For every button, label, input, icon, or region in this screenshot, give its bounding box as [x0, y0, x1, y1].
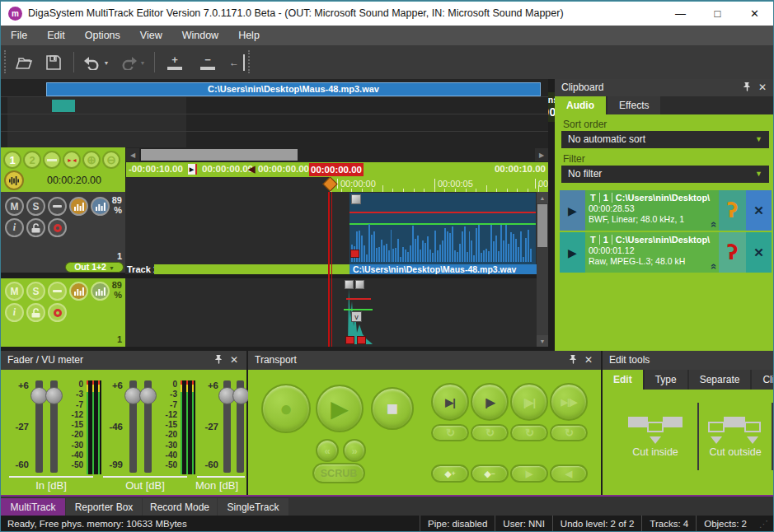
clip-fade-handle[interactable]	[350, 250, 359, 258]
filter-select[interactable]: No filter ▼	[561, 166, 769, 183]
play-to-mark-button[interactable]: ▶|	[431, 383, 469, 421]
entry-play-button[interactable]: ▶	[560, 232, 585, 273]
waveform-zoom-button[interactable]	[4, 170, 24, 190]
playhead-time-badge[interactable]: 00:00:00.00	[309, 163, 364, 176]
track1-clip-title[interactable]: C:\Users\nin\Desktop\Maus-48.mp3.wav	[349, 264, 537, 274]
track1-audio-clip[interactable]	[349, 193, 536, 264]
play-selection-button[interactable]: |▶|	[510, 383, 548, 421]
clip2-fade-handle-right[interactable]	[357, 336, 366, 344]
track1-extent-bar[interactable]	[154, 264, 349, 274]
track1-meter-blue-button[interactable]	[91, 197, 110, 216]
hscroll-thumb[interactable]	[141, 149, 298, 161]
track2-solo-button[interactable]: S	[26, 282, 45, 301]
fader-close-icon[interactable]: ✕	[230, 351, 238, 370]
track2-collapse-button[interactable]	[48, 282, 67, 301]
undo-button[interactable]: ▼	[82, 52, 110, 73]
tab-audio[interactable]: Audio	[555, 96, 606, 114]
entry-prelisten-button[interactable]: ʔ	[719, 232, 746, 273]
tab-clip[interactable]: Clip & I	[752, 370, 774, 390]
menu-help[interactable]: Help	[228, 26, 270, 45]
rewind-button[interactable]: «	[316, 439, 339, 462]
fader-knob[interactable]	[45, 387, 63, 404]
track1-output-routing[interactable]: Out 1+2 ▼	[65, 262, 124, 273]
undo-dropdown-icon[interactable]: ▼	[104, 60, 110, 66]
minimize-button[interactable]: —	[662, 2, 699, 26]
go-to-marker-button[interactable]: ←	[225, 54, 245, 71]
tab-edit[interactable]: Edit	[603, 370, 643, 390]
timeline-ruler[interactable]: 00:00:00 00:00:05 00:	[126, 177, 548, 192]
hscroll-right-icon[interactable]: ▶	[535, 148, 548, 161]
scrub-button[interactable]: SCRUB	[312, 463, 365, 483]
sort-order-select[interactable]: No automatic sort ▼	[561, 131, 769, 148]
loop-2-button[interactable]: ↻	[471, 424, 509, 441]
mark-out-flag[interactable]: ◀	[248, 164, 255, 175]
menu-edit[interactable]: Edit	[37, 26, 75, 45]
play-button[interactable]: ▶	[316, 385, 364, 432]
menu-window[interactable]: Window	[172, 26, 228, 45]
hscroll-left-icon[interactable]: ◀	[126, 148, 139, 161]
zoom-preset-1-button[interactable]: 1	[3, 151, 21, 169]
zoom-minus-button[interactable]	[43, 151, 61, 169]
track1-info-button[interactable]: i	[5, 218, 24, 237]
loop-4-button[interactable]: ↻	[550, 424, 588, 441]
maximize-button[interactable]: □	[699, 2, 736, 26]
open-file-button[interactable]	[12, 52, 35, 73]
overview-clip[interactable]	[52, 100, 75, 112]
clipboard-entry[interactable]: ▶ T1C:\Users\nin\Desktop\ 00:00:01.12 Ra…	[560, 232, 772, 273]
entry-info[interactable]: T1C:\Users\nin\Desktop\ 00:00:01.12 Raw,…	[585, 232, 719, 273]
tab-reporter-box[interactable]: Reporter Box	[66, 498, 142, 517]
timeline-marker-row[interactable]: -00:00:10.00 ▶ 00:00:00.00 ◀ 00:00:00.00…	[126, 162, 548, 177]
pin-icon[interactable]	[214, 355, 222, 364]
play-around-button[interactable]: ▶||▶	[550, 383, 588, 421]
play-from-mark-button[interactable]: |▶	[471, 383, 509, 421]
add-marker-button[interactable]: ◆+	[431, 464, 469, 483]
timeline-hscrollbar[interactable]: ◀ ▶	[126, 147, 548, 162]
zoom-in-time-button[interactable]: ⊕	[82, 151, 101, 169]
menu-file[interactable]: File	[1, 26, 37, 45]
zoom-to-marks-button[interactable]: ►◄	[63, 151, 81, 169]
menu-options[interactable]: Options	[75, 26, 130, 45]
collapse-chevrons-icon[interactable]: «	[709, 264, 720, 269]
clipboard-entry[interactable]: ▶ T1C:\Users\nin\Desktop\ 00:00:28.53 BW…	[560, 190, 772, 231]
menu-view[interactable]: View	[130, 26, 172, 45]
zoom-out-button[interactable]: −	[195, 52, 220, 73]
track1-solo-button[interactable]: S	[26, 197, 45, 216]
zoom-preset-2-button[interactable]: 2	[23, 151, 41, 169]
tab-singletrack[interactable]: SingleTrack	[218, 498, 288, 517]
track2-record-arm-button[interactable]	[48, 303, 67, 322]
clip2-red-level-line[interactable]	[346, 298, 371, 300]
clip-gain-handle[interactable]	[351, 194, 361, 204]
track2-info-button[interactable]: i	[5, 303, 24, 322]
mark-in-flag[interactable]: ▶	[188, 164, 197, 175]
stop-button[interactable]: ■	[371, 387, 414, 430]
pin-icon[interactable]	[743, 82, 750, 91]
playhead-line-2[interactable]	[331, 192, 333, 347]
tab-multitrack[interactable]: MultiTrack	[1, 498, 65, 517]
vscroll-thumb[interactable]	[537, 204, 547, 247]
save-button[interactable]	[42, 52, 65, 73]
track1-mute-button[interactable]: M	[5, 197, 24, 216]
tab-type[interactable]: Type	[645, 370, 687, 390]
playhead-line[interactable]	[328, 192, 330, 347]
transport-close-icon[interactable]: ✕	[584, 351, 593, 370]
track1-meter-orange-button[interactable]	[69, 197, 88, 216]
tracks-vscrollbar[interactable]: ▲ ▼	[537, 192, 548, 347]
track2-mute-button[interactable]: M	[5, 282, 24, 301]
clipboard-close-icon[interactable]: ✕	[758, 79, 767, 96]
loop-1-button[interactable]: ↻	[431, 424, 469, 441]
clip2-fade-handle-left[interactable]	[345, 336, 354, 344]
remove-marker-button[interactable]: ◆−	[471, 464, 509, 483]
track1-lock-button[interactable]	[26, 218, 45, 237]
next-marker-button[interactable]: ▶	[510, 464, 548, 483]
resize-grip[interactable]: ⋰	[754, 519, 773, 530]
toolbar-grip[interactable]	[4, 50, 7, 73]
forward-button[interactable]: »	[343, 439, 366, 462]
track1-collapse-button[interactable]	[48, 197, 67, 216]
toolbar-grip-2[interactable]	[248, 50, 251, 73]
track2-meter-orange-button[interactable]	[69, 282, 88, 301]
track2-lock-button[interactable]	[26, 303, 45, 322]
entry-delete-button[interactable]: ✕	[746, 232, 772, 273]
tab-record-mode[interactable]: Record Mode	[143, 498, 217, 517]
zoom-in-button[interactable]: +	[162, 52, 187, 73]
entry-prelisten-button[interactable]: ʔ	[719, 190, 746, 231]
